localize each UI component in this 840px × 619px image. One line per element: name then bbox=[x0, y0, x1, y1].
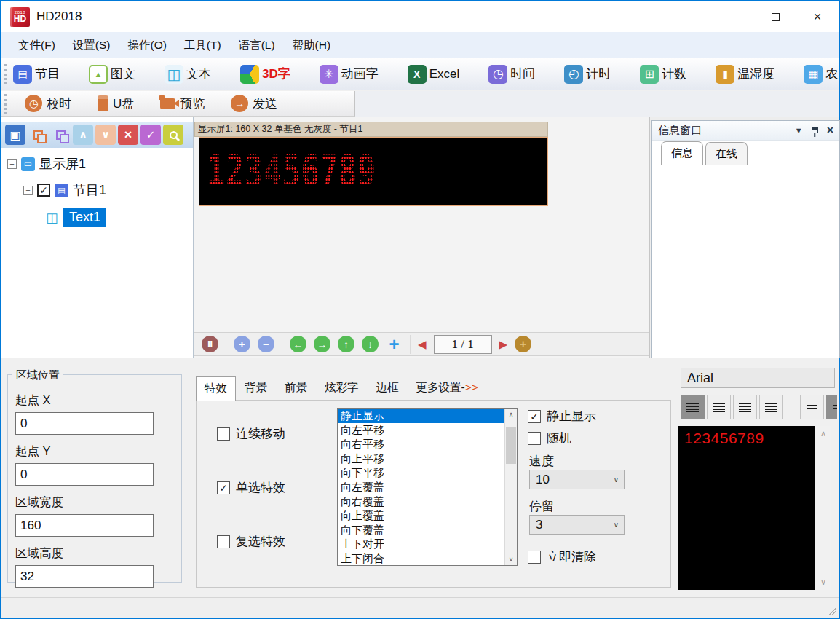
effect-option[interactable]: 向上覆盖 bbox=[338, 508, 504, 523]
move-up-button[interactable]: ∧ bbox=[73, 125, 93, 145]
scroll-up-icon[interactable]: ∧ bbox=[815, 429, 831, 438]
pin-icon[interactable] bbox=[812, 127, 818, 133]
toolbar-item-text[interactable]: ◫ 文本 bbox=[165, 65, 211, 84]
effect-option[interactable]: 向上平移 bbox=[338, 452, 504, 466]
effect-option[interactable]: 向左平移 bbox=[338, 423, 504, 438]
layers-button[interactable] bbox=[28, 125, 48, 145]
menu-item-operation[interactable]: 操作(O) bbox=[121, 34, 173, 57]
pan-down-button[interactable]: ↓ bbox=[362, 336, 379, 352]
scroll-down-icon[interactable]: ∨ bbox=[505, 553, 517, 565]
tree-item-screen[interactable]: − ▭ 显示屏1 bbox=[7, 155, 193, 173]
toolbar-item-excel[interactable]: X Excel bbox=[408, 65, 460, 84]
multi-effect-option[interactable]: 复选特效 bbox=[217, 533, 285, 550]
tab-background[interactable]: 背景 bbox=[236, 376, 276, 400]
toolbar-item-time[interactable]: ◷ 时间 bbox=[488, 65, 535, 84]
stay-dropdown[interactable]: 3 ∨ bbox=[529, 515, 625, 535]
toolbar-item-usb[interactable]: U盘 bbox=[98, 95, 134, 112]
menu-item-language[interactable]: 语言(L) bbox=[232, 34, 282, 57]
collapse-icon[interactable]: − bbox=[23, 186, 33, 195]
maximize-button[interactable] bbox=[754, 1, 796, 32]
resize-grip[interactable] bbox=[827, 606, 836, 615]
valign-bottom-button[interactable] bbox=[826, 395, 837, 419]
close-button[interactable]: × bbox=[796, 1, 839, 32]
toolbar-item-animated-text[interactable]: ✳ 动画字 bbox=[320, 65, 379, 84]
start-x-input[interactable] bbox=[15, 412, 154, 435]
menu-item-tools[interactable]: 工具(T) bbox=[178, 34, 228, 57]
pan-up-button[interactable]: ↑ bbox=[338, 336, 354, 352]
zoom-out-button[interactable]: − bbox=[258, 336, 274, 352]
effect-option[interactable]: 向下覆盖 bbox=[338, 523, 504, 537]
effect-list-scrollbar[interactable]: ∧ ∨ bbox=[504, 409, 517, 565]
effect-option[interactable]: 上下闭合 bbox=[338, 551, 504, 565]
tab-info[interactable]: 信息 bbox=[661, 141, 703, 165]
toolbar-item-send[interactable]: → 发送 bbox=[231, 95, 277, 112]
toolbar-item-3d-text[interactable]: 3D字 bbox=[240, 65, 290, 84]
zoom-in-button[interactable]: + bbox=[234, 336, 250, 352]
align-right-button[interactable] bbox=[733, 395, 757, 419]
single-effect-checkbox[interactable]: ✓ bbox=[217, 481, 230, 494]
tree-item-program[interactable]: − ✓ ▤ 节目1 bbox=[23, 181, 193, 199]
effect-option-selected[interactable]: 静止显示 bbox=[338, 409, 504, 423]
static-display-checkbox[interactable]: ✓ bbox=[528, 410, 541, 423]
screen-settings-button[interactable]: ▣ bbox=[5, 125, 25, 145]
copy-button[interactable] bbox=[50, 125, 71, 145]
multi-effect-checkbox[interactable] bbox=[217, 535, 230, 548]
single-effect-option[interactable]: ✓ 单选特效 bbox=[217, 479, 285, 496]
toolbar-item-timer[interactable]: ◴ 计时 bbox=[564, 65, 611, 84]
tab-more-settings[interactable]: 更多设置->> bbox=[408, 376, 487, 400]
continuous-move-option[interactable]: 连续移动 bbox=[217, 425, 285, 442]
scroll-down-icon[interactable]: ∨ bbox=[815, 577, 831, 587]
start-y-input[interactable] bbox=[15, 463, 154, 486]
next-page-button[interactable]: ▶ bbox=[499, 338, 508, 351]
clear-immediately-checkbox[interactable] bbox=[528, 551, 541, 564]
font-name-field[interactable]: Arial bbox=[681, 368, 835, 388]
tab-colorful-text[interactable]: 炫彩字 bbox=[316, 376, 368, 400]
delete-button[interactable]: × bbox=[118, 125, 138, 145]
close-panel-icon[interactable]: × bbox=[827, 124, 833, 137]
scrollbar-thumb[interactable] bbox=[506, 427, 516, 464]
search-button[interactable] bbox=[163, 125, 183, 145]
align-center-button[interactable] bbox=[707, 395, 731, 419]
region-width-input[interactable] bbox=[15, 514, 154, 537]
menu-item-file[interactable]: 文件(F) bbox=[12, 34, 62, 57]
program-checkbox[interactable]: ✓ bbox=[37, 184, 50, 197]
confirm-button[interactable]: ✓ bbox=[140, 125, 161, 145]
clear-immediately-option[interactable]: 立即清除 bbox=[528, 548, 596, 565]
pan-right-button[interactable]: → bbox=[314, 336, 330, 352]
toolbar-item-lunar-calendar[interactable]: ▦ 农历 bbox=[804, 65, 839, 84]
effect-option[interactable]: 向右平移 bbox=[338, 437, 504, 452]
collapse-icon[interactable]: − bbox=[7, 159, 17, 169]
align-left-button[interactable] bbox=[681, 395, 705, 419]
menu-item-help[interactable]: 帮助(H) bbox=[286, 34, 338, 57]
text-preview-scrollbar[interactable]: ∧ ∨ bbox=[815, 426, 831, 590]
tab-effects[interactable]: 特效 bbox=[196, 376, 236, 401]
effect-option[interactable]: 向右覆盖 bbox=[338, 494, 504, 509]
region-height-input[interactable] bbox=[15, 565, 154, 588]
toolbar-item-program[interactable]: ▤ 节目 bbox=[13, 65, 60, 84]
tree-item-text1[interactable]: ◫ Text1 bbox=[45, 208, 193, 227]
prev-page-button[interactable]: ◀ bbox=[418, 338, 427, 351]
pause-button[interactable]: Ⅱ bbox=[202, 336, 218, 352]
toolbar-item-preview[interactable]: 预览 bbox=[160, 95, 205, 112]
tab-border[interactable]: 边框 bbox=[368, 376, 408, 400]
scroll-up-icon[interactable]: ∧ bbox=[505, 409, 517, 420]
color-wheel-button[interactable]: + bbox=[515, 336, 531, 352]
move-down-button[interactable]: ∨ bbox=[95, 125, 116, 145]
random-checkbox[interactable] bbox=[528, 432, 541, 445]
toolbar-item-time-sync[interactable]: ◷ 校时 bbox=[25, 95, 71, 112]
tab-online[interactable]: 在线 bbox=[705, 142, 748, 165]
pan-left-button[interactable]: ← bbox=[290, 336, 306, 352]
dropdown-arrow-icon[interactable]: ▼ bbox=[795, 126, 803, 135]
toolbar-item-counter[interactable]: ⊞ 计数 bbox=[640, 65, 686, 84]
menu-item-settings[interactable]: 设置(S) bbox=[66, 34, 117, 57]
minimize-button[interactable] bbox=[712, 1, 754, 32]
toolbar-item-temp-humidity[interactable]: ▮ 温湿度 bbox=[716, 65, 774, 84]
speed-dropdown[interactable]: 10 ∨ bbox=[529, 470, 625, 489]
effect-option[interactable]: 向下平移 bbox=[338, 465, 504, 480]
effect-option[interactable]: 上下对开 bbox=[338, 537, 504, 551]
valign-middle-button[interactable] bbox=[800, 395, 824, 419]
continuous-move-checkbox[interactable] bbox=[217, 427, 230, 441]
effect-option[interactable]: 向左覆盖 bbox=[338, 480, 504, 494]
random-option[interactable]: 随机 bbox=[528, 430, 571, 446]
toolbar-item-graphic-text[interactable]: ▲ 图文 bbox=[89, 65, 135, 84]
